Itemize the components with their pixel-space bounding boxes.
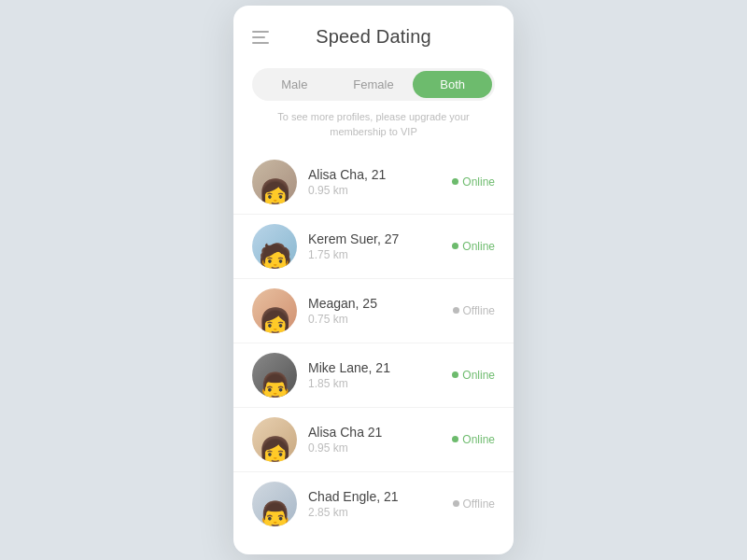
status-badge: Online bbox=[452, 240, 495, 253]
profile-info: Alisa Cha 21 0.95 km bbox=[308, 425, 452, 455]
status-label: Online bbox=[462, 240, 495, 253]
profile-distance: 1.85 km bbox=[308, 377, 452, 390]
status-badge: Offline bbox=[453, 497, 495, 511]
profile-info: Chad Engle, 21 2.85 km bbox=[308, 489, 453, 519]
avatar: 👩 bbox=[252, 417, 297, 462]
profile-info: Kerem Suer, 27 1.75 km bbox=[308, 231, 452, 261]
page-title: Speed Dating bbox=[316, 26, 431, 48]
profile-info: Alisa Cha, 21 0.95 km bbox=[308, 167, 452, 197]
profile-distance: 1.75 km bbox=[308, 248, 452, 261]
profile-name: Kerem Suer, 27 bbox=[308, 231, 452, 246]
avatar: 🧑 bbox=[252, 224, 297, 269]
profile-name: Mike Lane, 21 bbox=[308, 360, 452, 375]
status-label: Online bbox=[462, 175, 495, 189]
profile-name: Alisa Cha, 21 bbox=[308, 167, 452, 182]
status-badge: Online bbox=[452, 369, 495, 382]
profile-info: Mike Lane, 21 1.85 km bbox=[308, 360, 452, 390]
profile-distance: 0.75 km bbox=[308, 313, 453, 326]
profile-name: Meagan, 25 bbox=[308, 296, 453, 311]
header: Speed Dating bbox=[233, 6, 514, 61]
profile-distance: 2.85 km bbox=[308, 506, 453, 519]
online-dot-icon bbox=[452, 371, 458, 378]
filter-female[interactable]: Female bbox=[334, 71, 414, 98]
online-dot-icon bbox=[452, 178, 458, 185]
filter-male[interactable]: Male bbox=[255, 71, 334, 98]
avatar: 👩 bbox=[252, 160, 297, 204]
online-dot-icon bbox=[452, 436, 458, 442]
status-label: Online bbox=[462, 433, 495, 446]
status-label: Offline bbox=[463, 304, 495, 317]
profile-distance: 0.95 km bbox=[308, 184, 452, 197]
list-item[interactable]: 👩 Alisa Cha 21 0.95 km Online bbox=[233, 408, 514, 472]
profile-name: Alisa Cha 21 bbox=[308, 425, 452, 440]
offline-dot-icon bbox=[453, 500, 459, 507]
status-badge: Online bbox=[452, 433, 495, 446]
list-item[interactable]: 👨 Mike Lane, 21 1.85 km Online bbox=[233, 343, 514, 408]
status-label: Offline bbox=[463, 497, 495, 511]
filter-bar: Male Female Both bbox=[252, 68, 495, 101]
profile-info: Meagan, 25 0.75 km bbox=[308, 296, 453, 326]
online-dot-icon bbox=[452, 243, 458, 249]
profile-list: 👩 Alisa Cha, 21 0.95 km Online 🧑 Kerem S… bbox=[233, 150, 514, 536]
avatar: 👨 bbox=[252, 482, 297, 526]
app-card: Speed Dating Male Female Both To see mor… bbox=[233, 6, 514, 554]
profile-distance: 0.95 km bbox=[308, 441, 452, 455]
status-badge: Offline bbox=[453, 304, 495, 317]
filter-both[interactable]: Both bbox=[413, 71, 492, 98]
list-item[interactable]: 👨 Chad Engle, 21 2.85 km Offline bbox=[233, 472, 514, 536]
upgrade-message: To see more profiles, please upgrade you… bbox=[252, 110, 495, 139]
profile-name: Chad Engle, 21 bbox=[308, 489, 453, 504]
offline-dot-icon bbox=[453, 307, 459, 314]
list-item[interactable]: 👩 Alisa Cha, 21 0.95 km Online bbox=[233, 150, 514, 215]
status-badge: Online bbox=[452, 175, 495, 189]
avatar: 👨 bbox=[252, 353, 297, 398]
menu-icon[interactable] bbox=[252, 31, 269, 44]
status-label: Online bbox=[462, 369, 495, 382]
list-item[interactable]: 🧑 Kerem Suer, 27 1.75 km Online bbox=[233, 215, 514, 279]
avatar: 👩 bbox=[252, 288, 297, 333]
list-item[interactable]: 👩 Meagan, 25 0.75 km Offline bbox=[233, 279, 514, 343]
